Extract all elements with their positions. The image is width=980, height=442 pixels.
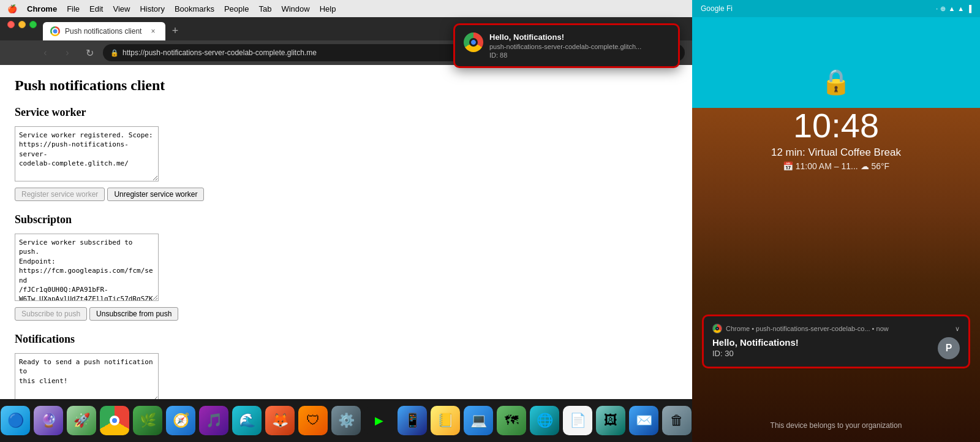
menu-window[interactable]: Window [281,4,309,13]
menu-people[interactable]: People [224,4,249,13]
menu-file[interactable]: File [67,4,80,13]
mail-icon: ✉️ [636,413,652,429]
android-notification-text: Hello, Notifications! ID: 30 [712,337,933,358]
menu-history[interactable]: History [140,4,164,13]
close-traffic-light[interactable] [7,21,15,28]
reload-icon: ↻ [86,47,94,59]
docs-icon: 📄 [570,413,586,429]
siri-alt-icon: 🎵 [206,413,222,429]
dock-photos[interactable]: 🖼 [596,406,625,435]
service-worker-textarea[interactable]: Service worker registered. Scope: https:… [15,126,159,181]
unsubscribe-push-button[interactable]: Unsubscribe from push [89,307,178,321]
dock-terminal[interactable]: ▶ [364,406,394,435]
cast-icon: ⊕ [940,5,946,13]
back-button[interactable]: ‹ [37,44,54,61]
time-display: 10:48 12 min: Virtual Coffee Break 📅 11:… [771,109,901,171]
forward-icon: › [66,47,69,58]
menu-view[interactable]: View [113,4,130,13]
maps-icon: 🗺 [505,413,518,429]
new-tab-button[interactable]: + [167,22,184,39]
notification-site: push-notifications-server-codelab-comple… [489,43,669,50]
dock-chrome-alt[interactable]: 🌿 [133,406,162,435]
desktop-notification-popup[interactable]: Hello, Notifications! push-notifications… [453,23,680,68]
menu-bookmarks[interactable]: Bookmarks [175,4,214,13]
android-org-text: This device belongs to your organization [692,421,980,430]
browser-tab[interactable]: Push notifications client × [43,22,165,40]
android-app-header [692,17,980,49]
android-notification-source: Chrome • push-notifications-server-codel… [726,325,889,332]
android-notification-card[interactable]: Chrome • push-notifications-server-codel… [702,314,970,368]
service-worker-section-title: Service worker [15,106,677,119]
notifications-section-title: Notifications [15,333,677,346]
clock-time: 10:48 [771,109,901,143]
dock-safari[interactable]: 🧭 [166,406,195,435]
unregister-service-worker-button[interactable]: Unregister service worker [107,188,204,201]
traffic-lights [0,17,44,32]
notification-content: Hello, Notifications! push-notifications… [489,32,669,59]
dock-alt-browser[interactable]: 🌊 [232,406,262,435]
dock-vscode[interactable]: 💻 [464,406,493,435]
subscription-buttons: Subscribe to push Unsubscribe from push [15,307,677,321]
android-notification-header: Chrome • push-notifications-server-codel… [712,324,960,333]
reload-button[interactable]: ↻ [81,44,98,61]
dock-finder[interactable]: 🔵 [1,406,30,435]
edge-icon: 🌐 [537,413,553,429]
dock-chrome[interactable] [100,406,129,435]
dock-docs[interactable]: 📄 [563,406,592,435]
dock-firefox[interactable]: 🦊 [265,406,295,435]
fullscreen-traffic-light[interactable] [29,21,37,28]
safari-icon: 🧭 [173,413,189,429]
launchpad-icon: 🚀 [74,413,90,429]
photos-icon: 🖼 [604,413,617,429]
event-label-text: 12 min: Virtual [771,147,837,158]
android-notification-header-left: Chrome • push-notifications-server-codel… [712,324,889,333]
apple-menu[interactable]: 🍎 [7,4,17,13]
dock-maps[interactable]: 🗺 [497,406,526,435]
mac-menubar: 🍎 Chrome File Edit View History Bookmark… [0,0,692,17]
dock-siri[interactable]: 🔮 [34,406,63,435]
dock-brave[interactable]: 🛡 [298,406,328,435]
dock-trash[interactable]: 🗑 [662,406,692,435]
terminal-icon: ▶ [375,414,383,427]
android-status-icons: · ⊕ ▲ ▲ ▐ [936,4,971,13]
menu-help[interactable]: Help [320,4,336,13]
android-lockscreen: 🔒 10:48 12 min: Virtual Coffee Break 📅 1… [692,49,980,442]
register-service-worker-button[interactable]: Register service worker [15,188,105,201]
lock-symbol-icon: 🔒 [821,67,851,96]
menu-edit[interactable]: Edit [89,4,103,13]
media-icon: 📱 [404,413,421,429]
notification-dot-icon: · [936,4,938,13]
android-notification-expand[interactable]: ∨ [955,325,960,333]
dock-edge[interactable]: 🌐 [530,406,559,435]
android-chrome-icon [712,324,722,333]
notifications-textarea[interactable]: Ready to send a push notification to thi… [15,353,159,399]
battery-icon: ▐ [967,5,971,12]
android-notification-body: Hello, Notifications! ID: 30 P [712,337,960,359]
notification-title: Hello, Notifications! [489,32,669,42]
vscode-icon: 💻 [470,413,487,429]
dock-notes[interactable]: 📒 [431,406,460,435]
tab-close-button[interactable]: × [148,26,158,36]
dock-siri-alt[interactable]: 🎵 [199,406,228,435]
dock-mail[interactable]: ✉️ [629,406,658,435]
dock-launchpad[interactable]: 🚀 [67,406,96,435]
subscribe-push-button[interactable]: Subscribe to push [15,307,87,321]
android-statusbar: Google Fi · ⊕ ▲ ▲ ▐ [692,0,980,17]
dock-settings[interactable]: ⚙️ [331,406,361,435]
menu-chrome[interactable]: Chrome [27,4,57,13]
forward-button[interactable]: › [59,44,76,61]
alt-browser-icon: 🌊 [239,413,255,429]
dock-media[interactable]: 📱 [398,406,427,435]
url-text: https://push-notifications-server-codela… [123,48,317,57]
calendar-detail: 📅 11:00 AM – 11... ☁ 56°F [771,161,901,171]
tab-favicon [50,26,60,36]
browser-window: 🍎 Chrome File Edit View History Bookmark… [0,0,692,442]
webpage-content: Push notifications client Service worker… [0,65,692,399]
back-icon: ‹ [43,47,47,58]
subscription-textarea[interactable]: Service worker subscribed to push. Endpo… [15,234,159,301]
minimize-traffic-light[interactable] [18,21,26,28]
notes-icon: 📒 [437,413,454,429]
android-carrier: Google Fi [701,4,733,13]
menu-tab[interactable]: Tab [258,4,271,13]
android-notification-avatar: P [938,337,960,359]
